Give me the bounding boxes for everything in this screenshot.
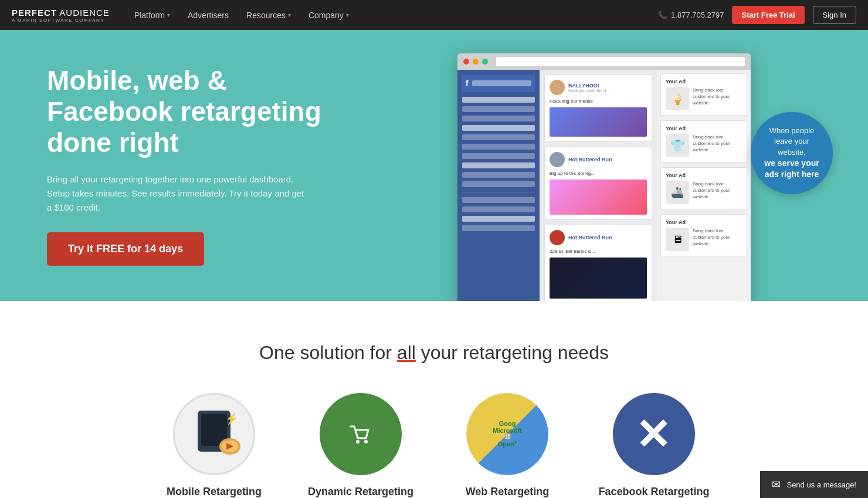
chevron-down-icon: ▾ [167, 12, 170, 18]
logo: PERFECT AUDIENCE A MARIN SOFTWARE COMPAN… [12, 8, 110, 23]
nav-company[interactable]: Company ▾ [301, 6, 356, 25]
chat-label: Send us a message! [786, 480, 856, 489]
dynamic-retargeting-name: Dynamic Retargeting [302, 486, 419, 498]
fb-feed: BALLYHOO! Have you seen the d... Featuri… [540, 70, 657, 301]
ad-card: Your Ad 👕 Bring back lost customers to y… [660, 120, 747, 162]
svg-point-4 [364, 440, 368, 443]
svg-text:✕: ✕ [635, 411, 670, 458]
browser-content: f [457, 70, 751, 301]
ad-card: Your Ad 🖥 Bring back lost customers to y… [660, 214, 747, 256]
nav-right: 📞 1.877.705.2797 Start Free Trial Sign I… [658, 6, 856, 24]
logo-subtext: A MARIN SOFTWARE COMPANY [12, 18, 110, 23]
browser-maximize-dot [482, 59, 488, 65]
navbar: PERFECT AUDIENCE A MARIN SOFTWARE COMPAN… [0, 0, 868, 30]
logo-text: PERFECT AUDIENCE [12, 8, 110, 18]
solutions-grid: ⚡ Mobile Retargeting For app developers … [23, 393, 845, 498]
web-retargeting-icon: Goog Microsoft 🪟 Openx [466, 393, 548, 475]
phone-number: 📞 1.877.705.2797 [658, 11, 724, 19]
fb-post: Hot Buttered Bun Big up to the Spring... [544, 147, 652, 220]
nav-advertisers[interactable]: Advertisers [181, 6, 236, 25]
facebook-retargeting-name: Facebook Retargeting [595, 486, 713, 498]
browser-close-dot [463, 59, 469, 65]
hero-section: Mobile, web & Facebook retargeting done … [0, 30, 868, 301]
ad-image: 🚢 [666, 181, 689, 204]
chevron-down-icon: ▾ [288, 12, 291, 18]
facebook-retargeting-icon: ✕ [613, 393, 695, 475]
mobile-retargeting-icon: ⚡ [173, 393, 255, 475]
chat-envelope-icon: ✉ [772, 478, 781, 491]
dynamic-retargeting-icon [320, 393, 402, 475]
browser-url-bar [496, 57, 745, 66]
ad-card: Your Ad 🚢 Bring back lost customers to y… [660, 167, 747, 209]
chevron-down-icon: ▾ [346, 12, 349, 18]
sign-in-button[interactable]: Sign In [813, 6, 856, 24]
svg-point-2 [340, 414, 381, 455]
nav-links: Platform ▾ Advertisers Resources ▾ Compa… [127, 6, 658, 25]
ad-image: 👕 [666, 134, 689, 157]
ad-card: Your Ad 🍦 Bring back lost customers to y… [660, 73, 747, 116]
solution-mobile: ⚡ Mobile Retargeting For app developers … [155, 393, 273, 498]
phone-icon: 📞 [658, 11, 667, 19]
nav-resources[interactable]: Resources ▾ [239, 6, 298, 25]
ad-image: 🍦 [666, 87, 689, 110]
solutions-title: One solution for all your retargeting ne… [23, 342, 845, 364]
browser-toolbar [457, 53, 751, 70]
solutions-section: One solution for all your retargeting ne… [0, 301, 868, 498]
hero-cta-button[interactable]: Try it FREE for 14 days [47, 232, 204, 266]
hero-bubble: When people leave your website, we serve… [751, 112, 833, 194]
hero-content: Mobile, web & Facebook retargeting done … [47, 65, 340, 266]
fb-post: Hot Buttered Bun 228 St. $8! Barsic is..… [544, 225, 652, 301]
hero-title: Mobile, web & Facebook retargeting done … [47, 65, 340, 158]
hero-subtitle: Bring all your retargeting together into… [47, 172, 305, 215]
fb-post: BALLYHOO! Have you seen the d... Featuri… [544, 74, 652, 142]
solution-dynamic: Dynamic Retargeting Personalized product… [302, 393, 419, 498]
solution-web: Goog Microsoft 🪟 Openx Web Retargeting O… [449, 393, 566, 498]
fb-sidebar: f [457, 70, 540, 301]
start-free-trial-button[interactable]: Start Free Trial [732, 6, 804, 24]
browser-minimize-dot [473, 59, 479, 65]
hero-browser-mockup: f [457, 53, 751, 301]
nav-platform[interactable]: Platform ▾ [127, 6, 177, 25]
ad-column: Your Ad 🍦 Bring back lost customers to y… [657, 70, 751, 301]
mobile-retargeting-name: Mobile Retargeting [155, 486, 273, 498]
web-retargeting-name: Web Retargeting [449, 486, 566, 498]
svg-point-3 [356, 440, 360, 443]
chat-widget[interactable]: ✉ Send us a message! [760, 471, 868, 498]
browser-window: f [457, 53, 751, 301]
ad-image: 🖥 [666, 228, 689, 251]
solution-facebook: ✕ Facebook Retargeting In the news feed … [595, 393, 713, 498]
